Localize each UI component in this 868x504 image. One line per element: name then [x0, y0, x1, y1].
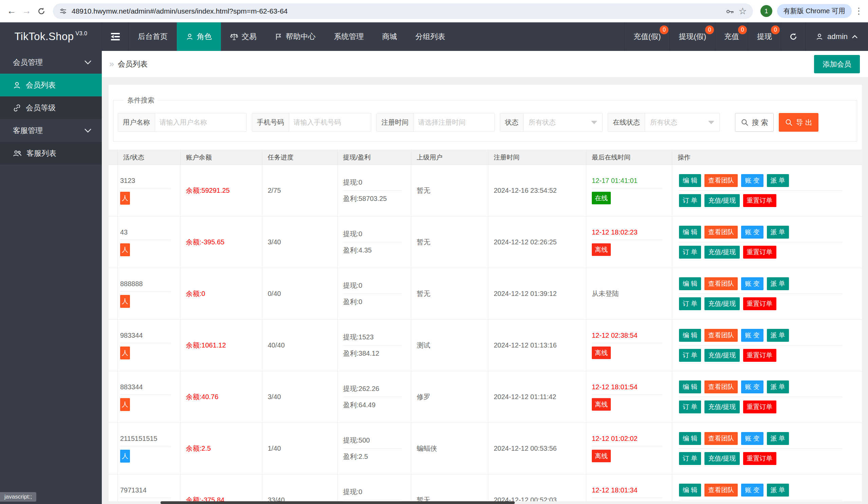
action-button-blue[interactable]: 账 变 [741, 277, 763, 290]
status-select[interactable]: 所有状态 [524, 113, 602, 131]
sidebar-item-service-list[interactable]: 客服列表 [0, 142, 102, 165]
nav-item-trade[interactable]: 交易 [221, 22, 266, 51]
nav-item-mall[interactable]: 商城 [373, 22, 406, 51]
action-button-orange[interactable]: 查看团队 [704, 174, 738, 187]
action-button-blue[interactable]: 账 变 [741, 432, 763, 445]
filter-status: 状态 所有状态 [500, 113, 603, 132]
action-button-teal[interactable]: 派 单 [767, 329, 789, 342]
action-button-blue[interactable]: 账 变 [741, 226, 763, 239]
action-button-teal[interactable]: 编 辑 [679, 432, 701, 445]
action-button-red[interactable]: 重置订单 [743, 297, 776, 310]
action-button-blue[interactable]: 账 变 [741, 380, 763, 393]
member-type-tag: 人 [120, 347, 130, 359]
withdraw-button[interactable]: 提现 0 [748, 22, 781, 51]
action-button-teal[interactable]: 订 单 [679, 194, 701, 207]
action-button-blue[interactable]: 账 变 [741, 174, 763, 187]
horizontal-scrollbar[interactable] [108, 501, 862, 504]
cell-registered: 2024-12-12 01:11:42 [488, 371, 586, 423]
action-button-orange[interactable]: 查看团队 [704, 432, 738, 445]
refresh-icon[interactable] [781, 22, 805, 51]
action-button-blue[interactable]: 账 变 [741, 484, 763, 496]
back-icon[interactable]: ← [6, 5, 18, 17]
sidebar-item-service-mgmt[interactable]: 客服管理 [0, 119, 102, 142]
online-state-tag: 离线 [592, 398, 611, 411]
action-button-teal[interactable]: 订 单 [679, 401, 701, 413]
sidebar-item-member-mgmt[interactable]: 会员管理 [0, 51, 102, 74]
action-button-teal[interactable]: 编 辑 [679, 484, 701, 496]
nav-item-system[interactable]: 系统管理 [325, 22, 373, 51]
action-button-teal[interactable]: 订 单 [679, 452, 701, 465]
main-card: 条件搜索 用户名称 手机号码 注册时间 [108, 85, 862, 504]
action-button-teal[interactable]: 编 辑 [679, 174, 701, 187]
action-button-teal[interactable]: 充值/提现 [704, 452, 740, 465]
admin-menu[interactable]: admin [805, 22, 868, 51]
add-member-button[interactable]: 添加会员 [814, 55, 860, 73]
action-button-teal[interactable]: 充值/提现 [704, 349, 740, 362]
last-online-value: 从未登陆 [592, 289, 672, 298]
action-button-orange[interactable]: 查看团队 [704, 277, 738, 290]
tune-icon[interactable] [59, 7, 67, 15]
password-key-icon[interactable] [725, 7, 734, 16]
bookmark-star-icon[interactable]: ☆ [739, 6, 747, 17]
action-button-teal[interactable]: 订 单 [679, 349, 701, 362]
withdraw-fake-button[interactable]: 提现(假) 0 [670, 22, 715, 51]
action-button-teal[interactable]: 充值/提现 [704, 297, 740, 310]
action-button-blue[interactable]: 账 变 [741, 329, 763, 342]
last-online-value: 12-12 01:02:02 [592, 435, 672, 443]
action-button-orange[interactable]: 查看团队 [704, 226, 738, 239]
url-bar[interactable]: 48910.hwymw.net/admin#/admin/users/index… [53, 3, 753, 19]
action-button-red[interactable]: 重置订单 [743, 246, 776, 259]
online-status-select[interactable]: 所有状态 [645, 113, 720, 131]
action-button-teal[interactable]: 订 单 [679, 246, 701, 259]
action-button-teal[interactable]: 派 单 [767, 380, 789, 393]
search-button[interactable]: 搜 索 [735, 113, 774, 132]
phone-input[interactable] [289, 113, 371, 131]
action-button-teal[interactable]: 编 辑 [679, 329, 701, 342]
nav-chip-label: 提现(假) [679, 32, 706, 42]
sidebar-item-member-level[interactable]: 会员等级 [0, 96, 102, 119]
action-button-teal[interactable]: 派 单 [767, 174, 789, 187]
action-button-teal[interactable]: 订 单 [679, 297, 701, 310]
register-time-input[interactable] [414, 113, 494, 131]
action-button-teal[interactable]: 充值/提现 [704, 401, 740, 413]
cell-stub [108, 474, 118, 504]
browser-menu-icon[interactable]: ⋮ [855, 6, 862, 16]
action-button-teal[interactable]: 派 单 [767, 277, 789, 290]
cell-last-online: 从未登陆 [586, 268, 672, 319]
username-input[interactable] [155, 113, 246, 131]
action-button-teal[interactable]: 充值/提现 [704, 194, 740, 207]
nav-item-groups[interactable]: 分组列表 [406, 22, 454, 51]
forward-icon[interactable]: → [20, 5, 33, 17]
cell-id-status: 3123人 [118, 165, 180, 216]
action-button-orange[interactable]: 查看团队 [704, 329, 738, 342]
collapse-menu-icon[interactable] [102, 22, 128, 51]
action-button-teal[interactable]: 派 单 [767, 226, 789, 239]
horizontal-scrollbar-thumb[interactable] [161, 501, 515, 504]
action-button-red[interactable]: 重置订单 [743, 194, 776, 207]
action-button-red[interactable]: 重置订单 [743, 401, 776, 413]
action-button-teal[interactable]: 派 单 [767, 432, 789, 445]
balance-value: 余额:0 [186, 289, 262, 298]
export-button[interactable]: 导 出 [779, 113, 818, 132]
action-button-orange[interactable]: 查看团队 [704, 380, 738, 393]
recharge-fake-button[interactable]: 充值(假) 0 [624, 22, 670, 51]
recharge-button[interactable]: 充值 0 [715, 22, 748, 51]
chrome-update-chip[interactable]: 有新版 Chrome 可用 [777, 4, 852, 18]
balance-value: 余额:59291.25 [186, 186, 262, 195]
action-button-orange[interactable]: 查看团队 [704, 484, 738, 496]
browser-avatar[interactable]: 1 [761, 5, 772, 17]
action-button-teal[interactable]: 编 辑 [679, 380, 701, 393]
reload-icon[interactable] [35, 5, 48, 17]
action-button-red[interactable]: 重置订单 [743, 349, 776, 362]
action-button-teal[interactable]: 充值/提现 [704, 246, 740, 259]
action-button-teal[interactable]: 编 辑 [679, 277, 701, 290]
action-button-teal[interactable]: 派 单 [767, 484, 789, 496]
action-button-red[interactable]: 重置订单 [743, 452, 776, 465]
nav-item-role[interactable]: 角色 [177, 22, 221, 51]
nav-item-dashboard[interactable]: 后台首页 [128, 22, 177, 51]
sidebar-item-member-list[interactable]: 会员列表 [0, 74, 102, 96]
nav-item-label: 后台首页 [138, 32, 168, 42]
cell-balance: 余额:-395.65 [180, 217, 262, 268]
action-button-teal[interactable]: 编 辑 [679, 226, 701, 239]
nav-item-help[interactable]: 帮助中心 [266, 22, 325, 51]
